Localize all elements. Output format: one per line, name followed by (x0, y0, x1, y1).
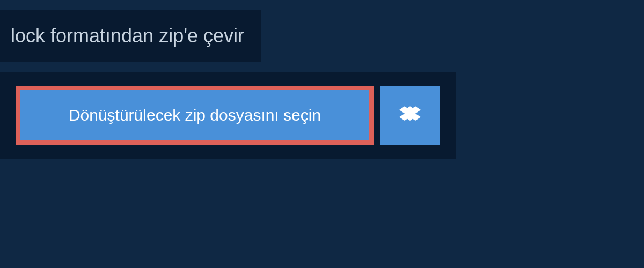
select-file-label: Dönüştürülecek zip dosyasını seçin (69, 106, 321, 124)
dropbox-button[interactable] (380, 86, 440, 145)
dropbox-icon (399, 105, 421, 126)
page-title: lock formatından zip'e çevir (11, 25, 244, 47)
upload-panel: Dönüştürülecek zip dosyasını seçin (0, 72, 456, 159)
select-file-button[interactable]: Dönüştürülecek zip dosyasını seçin (16, 86, 374, 145)
header-tab: lock formatından zip'e çevir (0, 10, 261, 62)
